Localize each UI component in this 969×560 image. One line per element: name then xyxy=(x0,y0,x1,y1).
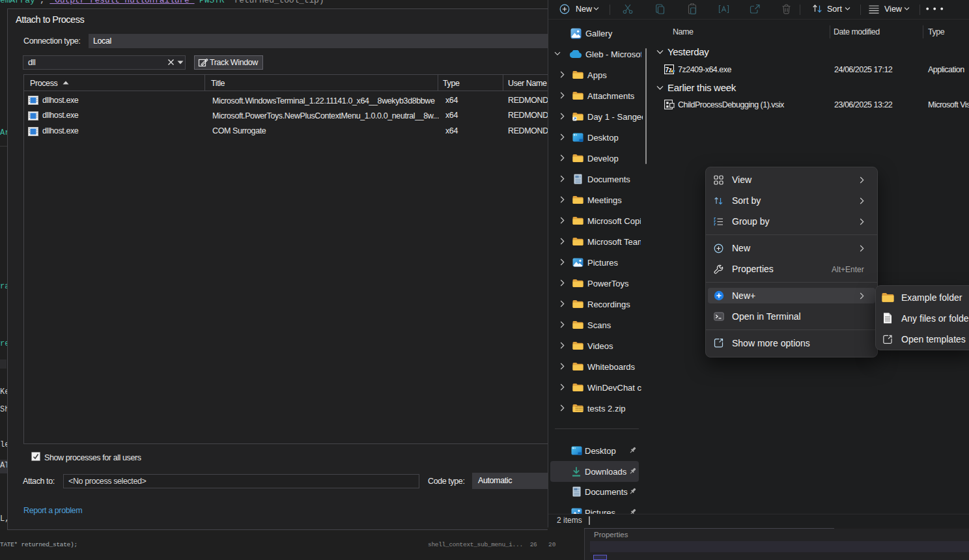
svg-text:7z: 7z xyxy=(666,66,672,74)
